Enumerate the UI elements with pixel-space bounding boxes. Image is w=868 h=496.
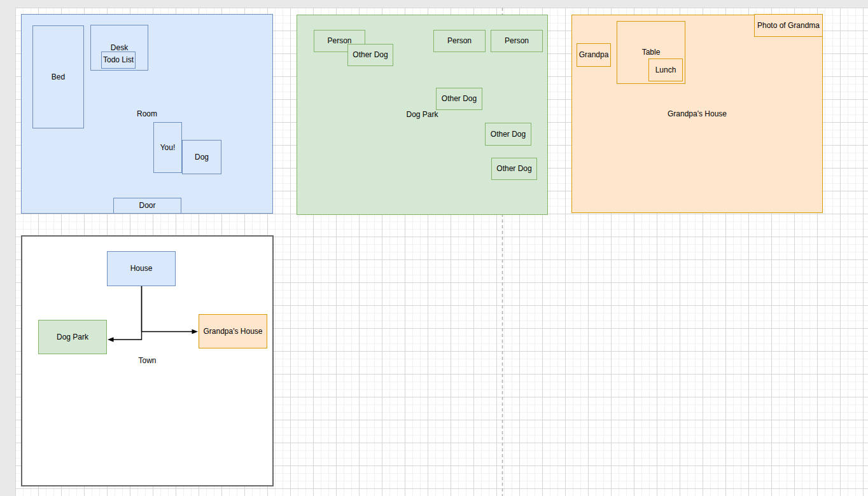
town-dog-park-label: Dog Park [57, 333, 88, 341]
you-node[interactable]: You! [153, 122, 182, 173]
other-dog-label-3: Other Dog [491, 130, 526, 139]
dog-node[interactable]: Dog [182, 140, 221, 174]
you-label: You! [160, 143, 176, 152]
lunch-node[interactable]: Lunch [648, 59, 683, 81]
canvas-margin-top [0, 0, 868, 8]
grandpa-label: Grandpa [579, 50, 609, 59]
town-house-label: House [130, 264, 153, 273]
other-dog-node-2[interactable]: Other Dog [436, 88, 482, 110]
diagram-canvas[interactable]: Room Bed Desk Todo List You! Dog Door Do… [0, 0, 868, 496]
other-dog-label-2: Other Dog [442, 94, 477, 103]
town-grandpas-house-node[interactable]: Grandpa's House [199, 314, 267, 348]
door-label: Door [139, 201, 155, 210]
person-label-3: Person [505, 36, 529, 45]
table-label: Table [642, 48, 661, 57]
door-node[interactable]: Door [113, 198, 181, 214]
lunch-label: Lunch [655, 65, 676, 74]
other-dog-node-3[interactable]: Other Dog [485, 123, 531, 146]
person-node-3[interactable]: Person [491, 30, 543, 52]
photo-of-grandma-node[interactable]: Photo of Grandma [754, 14, 823, 37]
bed-node[interactable]: Bed [32, 25, 84, 128]
town-dog-park-node[interactable]: Dog Park [38, 320, 107, 354]
other-dog-node-4[interactable]: Other Dog [491, 158, 537, 180]
other-dog-node-1[interactable]: Other Dog [347, 44, 393, 66]
person-label-2: Person [447, 36, 472, 45]
bed-label: Bed [52, 72, 65, 81]
town-grandpas-house-label: Grandpa's House [203, 327, 262, 336]
other-dog-label-1: Other Dog [353, 50, 388, 59]
dog-label: Dog [195, 153, 209, 162]
todo-list-node[interactable]: Todo List [101, 52, 136, 69]
other-dog-label-4: Other Dog [496, 164, 531, 173]
person-node-2[interactable]: Person [433, 30, 486, 52]
photo-of-grandma-label: Photo of Grandma [757, 21, 820, 30]
town-house-node[interactable]: House [107, 251, 176, 286]
todo-list-label: Todo List [103, 55, 134, 64]
grandpa-node[interactable]: Grandpa [577, 43, 611, 67]
canvas-margin-left [0, 0, 15, 496]
